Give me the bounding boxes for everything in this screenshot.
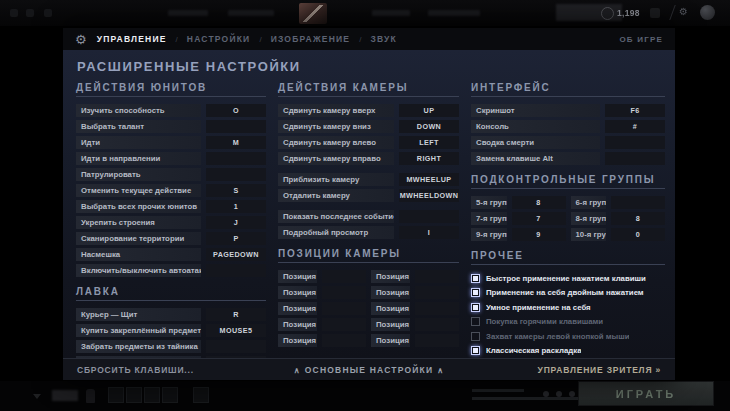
hotkey-key-button[interactable]: 9 — [512, 228, 566, 241]
checkbox[interactable] — [471, 332, 480, 341]
hotkey-label: Выбрать талант — [76, 120, 201, 133]
hotkey-key-button[interactable]: # — [605, 120, 665, 133]
game-bottom-bar: ИГРАТЬ — [0, 381, 730, 411]
checkbox[interactable] — [471, 346, 480, 355]
hotkey-key-button[interactable] — [206, 152, 266, 165]
about-game-link[interactable]: ОБ ИГРЕ — [619, 35, 663, 44]
hotkey-key-button[interactable]: DOWN — [399, 120, 459, 133]
hotkey-key-button[interactable] — [399, 210, 459, 223]
speaker-icon — [556, 391, 562, 397]
hotkey-key-button[interactable] — [206, 264, 266, 277]
hotkey-key-button[interactable] — [322, 334, 366, 347]
hotkey-key-button[interactable]: MOUSE5 — [206, 324, 266, 337]
hotkey-label: Позиция 5 — [278, 302, 317, 315]
hotkey-label: Позиция 9 — [278, 334, 317, 347]
camera-actions-rows: Сдвинуть камеру вверхUPСдвинуть камеру в… — [278, 104, 459, 239]
hotkey-key-button[interactable]: PAGEDOWN — [206, 248, 266, 261]
checkbox-row[interactable]: Захват камеры левой кнопкой мыши — [471, 330, 665, 342]
hotkey-label: 6-я группа — [571, 196, 607, 209]
tab-separator: / — [176, 35, 178, 44]
hotkey-label: Патрулировать — [76, 168, 201, 181]
hotkey-key-button[interactable]: UP — [399, 104, 459, 117]
hotkey-key-button[interactable] — [415, 270, 459, 283]
hotkey-key-button[interactable]: M — [206, 136, 266, 149]
control-groups-rows: 5-я группа86-я группа7-я группа78-я груп… — [471, 196, 665, 241]
hotkey-key-button[interactable] — [322, 318, 366, 331]
hotkey-key-button[interactable]: MWHEELDOWN — [399, 189, 459, 202]
hotkey-key-button[interactable] — [415, 286, 459, 299]
dota-logo — [299, 3, 327, 24]
tab-controls[interactable]: УПРАВЛЕНИЕ — [97, 34, 167, 44]
hotkey-pair-row: Позиция 3Позиция 4 — [278, 286, 459, 299]
hotkey-key-button[interactable] — [605, 136, 665, 149]
checkbox-row[interactable]: Умное применение на себя — [471, 301, 665, 313]
checkbox[interactable] — [471, 317, 480, 326]
checkbox[interactable] — [471, 274, 480, 283]
chevron-up-icon: ∧ — [433, 366, 448, 375]
checkbox-row[interactable]: Классическая раскладка — [471, 345, 665, 357]
hotkey-key-button[interactable] — [206, 168, 266, 181]
hotkey-key-button[interactable]: I — [399, 226, 459, 239]
hotkey-row: Курьер — ЩитR — [76, 308, 266, 321]
play-button[interactable]: ИГРАТЬ — [578, 381, 714, 406]
hotkey-key-button[interactable]: R — [206, 308, 266, 321]
settings-gear-icon: ⚙ — [679, 6, 688, 17]
item-slot — [144, 387, 160, 403]
hotkey-pair-row: 7-я группа78-я группа8 — [471, 212, 665, 225]
hotkey-label: Сканирование территории — [76, 232, 201, 245]
hotkey-key-button[interactable] — [206, 340, 266, 353]
hotkey-label: Отдалить камеру — [278, 189, 394, 202]
section-title-camera-positions: ПОЗИЦИИ КАМЕРЫ — [278, 248, 459, 263]
hotkey-key-button[interactable]: 8 — [512, 196, 566, 209]
hotkey-key-button[interactable] — [322, 270, 366, 283]
hotkey-key-button[interactable]: 0 — [611, 228, 665, 241]
hotkey-label: Сдвинуть камеру вправо — [278, 152, 394, 165]
hotkey-label: Позиция 10 — [371, 334, 410, 347]
hotkey-key-button[interactable]: F6 — [605, 104, 665, 117]
hotkey-label: Купить закреплённый предмет — [76, 324, 201, 337]
tab-settings[interactable]: НАСТРОЙКИ — [187, 34, 251, 44]
panel-body: РАСШИРЕННЫЕ НАСТРОЙКИ ДЕЙСТВИЯ ЮНИТОВ Из… — [63, 50, 675, 359]
hotkey-key-button[interactable]: 1 — [206, 200, 266, 213]
checkbox-label: Покупка горячими клавишами — [486, 317, 603, 326]
hotkey-label: Подробный просмотр — [278, 226, 394, 239]
checkbox[interactable] — [471, 288, 480, 297]
hotkey-label: Позиция 8 — [371, 318, 410, 331]
hotkey-key-button[interactable] — [322, 302, 366, 315]
hotkey-key-button[interactable]: O — [206, 104, 266, 117]
checkbox-row[interactable]: Применение на себя двойным нажатием — [471, 287, 665, 299]
hotkey-key-button[interactable]: MWHEELUP — [399, 173, 459, 186]
hotkey-label: Приблизить камеру — [278, 173, 394, 186]
hotkey-label: Позиция 7 — [278, 318, 317, 331]
checkbox-label: Классическая раскладка — [486, 346, 581, 355]
hotkey-key-button[interactable]: 8 — [611, 212, 665, 225]
hotkey-key-button[interactable]: 7 — [512, 212, 566, 225]
section-title-unit-actions: ДЕЙСТВИЯ ЮНИТОВ — [76, 82, 266, 97]
checkbox-row[interactable]: Покупка горячими клавишами — [471, 316, 665, 328]
hotkey-row: Купить закреплённый предметMOUSE5 — [76, 324, 266, 337]
checkbox[interactable] — [471, 303, 480, 312]
tab-sound[interactable]: ЗВУК — [370, 34, 396, 44]
hotkey-key-button[interactable] — [611, 196, 665, 209]
party-slots-blurred — [52, 390, 78, 401]
section-title-misc: ПРОЧЕЕ — [471, 250, 665, 265]
hotkey-key-button[interactable] — [415, 302, 459, 315]
back-icon — [44, 9, 52, 17]
hotkey-key-button[interactable] — [415, 334, 459, 347]
hotkey-key-button[interactable]: P — [206, 232, 266, 245]
hotkey-key-button[interactable] — [415, 318, 459, 331]
hotkey-row: Забрать предметы из тайника — [76, 340, 266, 353]
hotkey-key-button[interactable]: J — [206, 216, 266, 229]
hotkey-row: Изучить способностьO — [76, 104, 266, 117]
hotkey-key-button[interactable] — [605, 152, 665, 165]
tab-video[interactable]: ИЗОБРАЖЕНИЕ — [271, 34, 351, 44]
hotkey-key-button[interactable]: S — [206, 184, 266, 197]
hotkey-key-button[interactable]: LEFT — [399, 136, 459, 149]
hotkey-row: Выбрать талант — [76, 120, 266, 133]
interface-rows: СкриншотF6Консоль#Сводка смертиЗамена кл… — [471, 104, 665, 165]
spectator-controls-link[interactable]: УПРАВЛЕНИЕ ЗРИТЕЛЯ » — [538, 365, 661, 375]
hotkey-key-button[interactable] — [206, 120, 266, 133]
hotkey-key-button[interactable] — [322, 286, 366, 299]
hotkey-key-button[interactable]: RIGHT — [399, 152, 459, 165]
checkbox-row[interactable]: Быстрое применение нажатием клавиши — [471, 272, 665, 284]
